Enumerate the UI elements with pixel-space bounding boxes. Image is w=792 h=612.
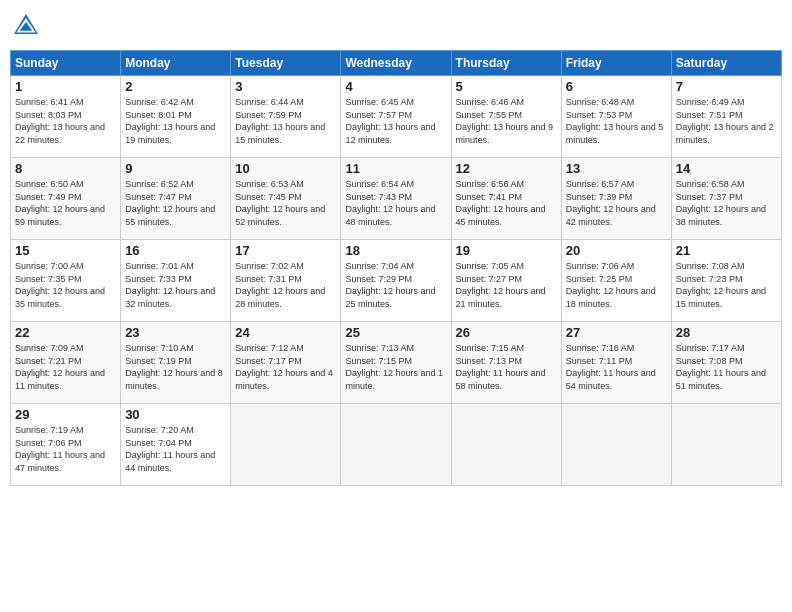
day-number: 24 bbox=[235, 325, 336, 340]
cell-info: Sunrise: 6:56 AMSunset: 7:41 PMDaylight:… bbox=[456, 178, 557, 228]
calendar-cell: 5Sunrise: 6:46 AMSunset: 7:55 PMDaylight… bbox=[451, 76, 561, 158]
calendar-week-row: 29Sunrise: 7:19 AMSunset: 7:06 PMDayligh… bbox=[11, 404, 782, 486]
calendar-cell: 16Sunrise: 7:01 AMSunset: 7:33 PMDayligh… bbox=[121, 240, 231, 322]
day-number: 28 bbox=[676, 325, 777, 340]
page-header bbox=[10, 10, 782, 42]
day-number: 27 bbox=[566, 325, 667, 340]
calendar-cell: 14Sunrise: 6:58 AMSunset: 7:37 PMDayligh… bbox=[671, 158, 781, 240]
calendar-cell: 4Sunrise: 6:45 AMSunset: 7:57 PMDaylight… bbox=[341, 76, 451, 158]
calendar-cell: 23Sunrise: 7:10 AMSunset: 7:19 PMDayligh… bbox=[121, 322, 231, 404]
day-number: 18 bbox=[345, 243, 446, 258]
day-of-week-header: Saturday bbox=[671, 51, 781, 76]
cell-info: Sunrise: 6:46 AMSunset: 7:55 PMDaylight:… bbox=[456, 96, 557, 146]
calendar-cell: 22Sunrise: 7:09 AMSunset: 7:21 PMDayligh… bbox=[11, 322, 121, 404]
day-number: 4 bbox=[345, 79, 446, 94]
day-number: 17 bbox=[235, 243, 336, 258]
calendar-cell: 20Sunrise: 7:06 AMSunset: 7:25 PMDayligh… bbox=[561, 240, 671, 322]
day-of-week-header: Sunday bbox=[11, 51, 121, 76]
day-of-week-header: Thursday bbox=[451, 51, 561, 76]
cell-info: Sunrise: 6:48 AMSunset: 7:53 PMDaylight:… bbox=[566, 96, 667, 146]
calendar-cell: 21Sunrise: 7:08 AMSunset: 7:23 PMDayligh… bbox=[671, 240, 781, 322]
calendar-week-row: 1Sunrise: 6:41 AMSunset: 8:03 PMDaylight… bbox=[11, 76, 782, 158]
cell-info: Sunrise: 7:06 AMSunset: 7:25 PMDaylight:… bbox=[566, 260, 667, 310]
day-of-week-header: Wednesday bbox=[341, 51, 451, 76]
day-number: 14 bbox=[676, 161, 777, 176]
cell-info: Sunrise: 7:10 AMSunset: 7:19 PMDaylight:… bbox=[125, 342, 226, 392]
calendar-week-row: 22Sunrise: 7:09 AMSunset: 7:21 PMDayligh… bbox=[11, 322, 782, 404]
day-of-week-header: Monday bbox=[121, 51, 231, 76]
cell-info: Sunrise: 7:15 AMSunset: 7:13 PMDaylight:… bbox=[456, 342, 557, 392]
day-number: 8 bbox=[15, 161, 116, 176]
calendar-cell: 8Sunrise: 6:50 AMSunset: 7:49 PMDaylight… bbox=[11, 158, 121, 240]
day-number: 20 bbox=[566, 243, 667, 258]
calendar-cell: 26Sunrise: 7:15 AMSunset: 7:13 PMDayligh… bbox=[451, 322, 561, 404]
cell-info: Sunrise: 7:17 AMSunset: 7:08 PMDaylight:… bbox=[676, 342, 777, 392]
calendar-cell: 2Sunrise: 6:42 AMSunset: 8:01 PMDaylight… bbox=[121, 76, 231, 158]
calendar-cell: 27Sunrise: 7:16 AMSunset: 7:11 PMDayligh… bbox=[561, 322, 671, 404]
calendar-cell: 9Sunrise: 6:52 AMSunset: 7:47 PMDaylight… bbox=[121, 158, 231, 240]
cell-info: Sunrise: 6:41 AMSunset: 8:03 PMDaylight:… bbox=[15, 96, 116, 146]
day-number: 1 bbox=[15, 79, 116, 94]
day-number: 29 bbox=[15, 407, 116, 422]
cell-info: Sunrise: 7:16 AMSunset: 7:11 PMDaylight:… bbox=[566, 342, 667, 392]
day-number: 21 bbox=[676, 243, 777, 258]
calendar-cell: 7Sunrise: 6:49 AMSunset: 7:51 PMDaylight… bbox=[671, 76, 781, 158]
cell-info: Sunrise: 7:13 AMSunset: 7:15 PMDaylight:… bbox=[345, 342, 446, 392]
day-number: 30 bbox=[125, 407, 226, 422]
cell-info: Sunrise: 7:19 AMSunset: 7:06 PMDaylight:… bbox=[15, 424, 116, 474]
calendar-cell: 1Sunrise: 6:41 AMSunset: 8:03 PMDaylight… bbox=[11, 76, 121, 158]
day-number: 23 bbox=[125, 325, 226, 340]
calendar-cell: 29Sunrise: 7:19 AMSunset: 7:06 PMDayligh… bbox=[11, 404, 121, 486]
cell-info: Sunrise: 6:42 AMSunset: 8:01 PMDaylight:… bbox=[125, 96, 226, 146]
cell-info: Sunrise: 7:01 AMSunset: 7:33 PMDaylight:… bbox=[125, 260, 226, 310]
day-number: 25 bbox=[345, 325, 446, 340]
calendar-cell: 28Sunrise: 7:17 AMSunset: 7:08 PMDayligh… bbox=[671, 322, 781, 404]
calendar-header-row: SundayMondayTuesdayWednesdayThursdayFrid… bbox=[11, 51, 782, 76]
calendar-cell: 24Sunrise: 7:12 AMSunset: 7:17 PMDayligh… bbox=[231, 322, 341, 404]
calendar-cell: 13Sunrise: 6:57 AMSunset: 7:39 PMDayligh… bbox=[561, 158, 671, 240]
calendar-cell bbox=[561, 404, 671, 486]
cell-info: Sunrise: 6:57 AMSunset: 7:39 PMDaylight:… bbox=[566, 178, 667, 228]
calendar-cell bbox=[231, 404, 341, 486]
cell-info: Sunrise: 6:44 AMSunset: 7:59 PMDaylight:… bbox=[235, 96, 336, 146]
day-number: 7 bbox=[676, 79, 777, 94]
cell-info: Sunrise: 7:08 AMSunset: 7:23 PMDaylight:… bbox=[676, 260, 777, 310]
calendar-cell: 17Sunrise: 7:02 AMSunset: 7:31 PMDayligh… bbox=[231, 240, 341, 322]
calendar-cell bbox=[671, 404, 781, 486]
day-number: 6 bbox=[566, 79, 667, 94]
calendar-cell: 30Sunrise: 7:20 AMSunset: 7:04 PMDayligh… bbox=[121, 404, 231, 486]
day-number: 22 bbox=[15, 325, 116, 340]
cell-info: Sunrise: 7:00 AMSunset: 7:35 PMDaylight:… bbox=[15, 260, 116, 310]
cell-info: Sunrise: 7:04 AMSunset: 7:29 PMDaylight:… bbox=[345, 260, 446, 310]
cell-info: Sunrise: 7:09 AMSunset: 7:21 PMDaylight:… bbox=[15, 342, 116, 392]
calendar-cell: 19Sunrise: 7:05 AMSunset: 7:27 PMDayligh… bbox=[451, 240, 561, 322]
calendar-cell bbox=[451, 404, 561, 486]
day-number: 19 bbox=[456, 243, 557, 258]
day-number: 16 bbox=[125, 243, 226, 258]
day-number: 26 bbox=[456, 325, 557, 340]
cell-info: Sunrise: 6:49 AMSunset: 7:51 PMDaylight:… bbox=[676, 96, 777, 146]
calendar-cell bbox=[341, 404, 451, 486]
calendar-cell: 12Sunrise: 6:56 AMSunset: 7:41 PMDayligh… bbox=[451, 158, 561, 240]
day-number: 15 bbox=[15, 243, 116, 258]
calendar-week-row: 8Sunrise: 6:50 AMSunset: 7:49 PMDaylight… bbox=[11, 158, 782, 240]
cell-info: Sunrise: 7:20 AMSunset: 7:04 PMDaylight:… bbox=[125, 424, 226, 474]
calendar-cell: 11Sunrise: 6:54 AMSunset: 7:43 PMDayligh… bbox=[341, 158, 451, 240]
cell-info: Sunrise: 7:02 AMSunset: 7:31 PMDaylight:… bbox=[235, 260, 336, 310]
cell-info: Sunrise: 6:58 AMSunset: 7:37 PMDaylight:… bbox=[676, 178, 777, 228]
day-number: 2 bbox=[125, 79, 226, 94]
cell-info: Sunrise: 7:05 AMSunset: 7:27 PMDaylight:… bbox=[456, 260, 557, 310]
calendar-cell: 15Sunrise: 7:00 AMSunset: 7:35 PMDayligh… bbox=[11, 240, 121, 322]
day-number: 13 bbox=[566, 161, 667, 176]
day-of-week-header: Friday bbox=[561, 51, 671, 76]
cell-info: Sunrise: 6:45 AMSunset: 7:57 PMDaylight:… bbox=[345, 96, 446, 146]
calendar-table: SundayMondayTuesdayWednesdayThursdayFrid… bbox=[10, 50, 782, 486]
cell-info: Sunrise: 6:54 AMSunset: 7:43 PMDaylight:… bbox=[345, 178, 446, 228]
cell-info: Sunrise: 6:53 AMSunset: 7:45 PMDaylight:… bbox=[235, 178, 336, 228]
calendar-cell: 18Sunrise: 7:04 AMSunset: 7:29 PMDayligh… bbox=[341, 240, 451, 322]
calendar-cell: 6Sunrise: 6:48 AMSunset: 7:53 PMDaylight… bbox=[561, 76, 671, 158]
day-number: 10 bbox=[235, 161, 336, 176]
calendar-cell: 25Sunrise: 7:13 AMSunset: 7:15 PMDayligh… bbox=[341, 322, 451, 404]
cell-info: Sunrise: 6:52 AMSunset: 7:47 PMDaylight:… bbox=[125, 178, 226, 228]
calendar-cell: 3Sunrise: 6:44 AMSunset: 7:59 PMDaylight… bbox=[231, 76, 341, 158]
